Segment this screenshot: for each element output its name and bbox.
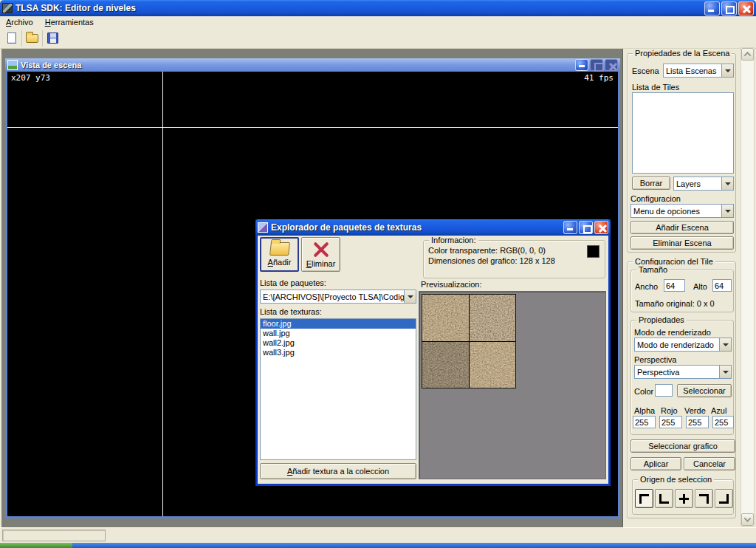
- select-graphic-button[interactable]: Seleccionar grafico: [630, 439, 735, 453]
- tiles-listbox[interactable]: [632, 92, 734, 174]
- origin-top-right-button[interactable]: [695, 489, 713, 508]
- texture-list-item[interactable]: wall.jpg: [261, 329, 416, 338]
- add-package-button[interactable]: Añadir: [260, 237, 299, 272]
- fps-counter: 41 fps: [584, 73, 614, 83]
- remove-package-label: Eliminar: [306, 259, 336, 268]
- add-scene-button[interactable]: Añadir Escena: [630, 221, 734, 234]
- perspective-combo[interactable]: Perspectiva: [634, 365, 732, 379]
- restore-button[interactable]: [721, 1, 737, 16]
- toolbar: [0, 28, 756, 49]
- height-field[interactable]: [712, 279, 732, 292]
- scene-combo-value: Lista Escenas: [664, 66, 721, 76]
- textures-label: Lista de texturas:: [260, 307, 322, 316]
- tile-config-group: Configuracion del Tile Tamaño Ancho Alto…: [627, 261, 736, 518]
- cancel-button[interactable]: Cancelar: [684, 457, 735, 470]
- origin-bottom-left-button[interactable]: [655, 489, 673, 508]
- dialog-title: Explorador de paquetes de texturas: [271, 222, 422, 233]
- scene-minimize-button[interactable]: [575, 59, 588, 71]
- red-field[interactable]: [659, 416, 682, 428]
- apply-label: Aplicar: [644, 459, 669, 468]
- panel-scrollbar[interactable]: [740, 47, 755, 527]
- properties-panel: Propiedades de la Escena Escena Lista Es…: [624, 49, 756, 527]
- menu-archivo[interactable]: Archivo: [0, 17, 39, 27]
- alpha-field[interactable]: [633, 416, 656, 428]
- start-button[interactable]: [0, 543, 72, 548]
- dialog-restore-button[interactable]: [579, 221, 593, 234]
- new-file-button[interactable]: [2, 30, 21, 47]
- origin-top-left-button[interactable]: [635, 489, 653, 508]
- info-transparent-color: Color transparente: RGB(0, 0, 0): [428, 246, 546, 255]
- width-field[interactable]: [664, 279, 685, 292]
- layers-combo[interactable]: Layers: [673, 177, 734, 191]
- layers-combo-dropdown[interactable]: [721, 177, 733, 190]
- info-dimensions: Dimensiones del grafico: 128 x 128: [428, 256, 555, 265]
- texture-list[interactable]: floor.jpg wall.jpg wall2.jpg wall3.jpg: [260, 318, 416, 460]
- height-label: Alto: [693, 282, 707, 291]
- cursor-coords: x207 y73: [11, 73, 50, 83]
- dialog-close-button[interactable]: [594, 221, 608, 234]
- dialog-content: Añadir Eliminar Informacion: Color trans…: [258, 236, 608, 484]
- options-combo[interactable]: Menu de opciones: [630, 204, 734, 218]
- remove-scene-label: Eliminar Escena: [653, 239, 711, 247]
- texture-list-item[interactable]: wall3.jpg: [261, 348, 416, 357]
- app-icon: [2, 3, 13, 13]
- remove-package-button[interactable]: Eliminar: [301, 237, 340, 272]
- menu-herramientas[interactable]: Herramientas: [39, 17, 100, 27]
- scene-label: Escena: [632, 66, 659, 75]
- texture-list-item[interactable]: floor.jpg: [261, 319, 416, 329]
- origin-bottom-right-button[interactable]: [715, 489, 733, 508]
- delete-tile-button[interactable]: Borrar: [632, 177, 670, 190]
- preview-area: [419, 291, 606, 479]
- render-mode-value: Modo de renderizado: [635, 340, 719, 350]
- dialog-minimize-button[interactable]: [563, 221, 577, 234]
- minimize-button[interactable]: [704, 1, 720, 16]
- open-file-button[interactable]: [23, 30, 41, 47]
- tiles-list-label: Lista de Tiles: [632, 83, 679, 92]
- add-texture-button[interactable]: Añadir textura a la coleccion: [260, 463, 416, 479]
- blue-label: Azul: [711, 406, 726, 415]
- render-mode-combo[interactable]: Modo de renderizado: [634, 338, 732, 352]
- texture-list-item[interactable]: wall2.jpg: [261, 338, 416, 348]
- render-combo-dropdown[interactable]: [719, 338, 731, 351]
- window-title: TLSA SDK: Editor de niveles: [16, 3, 136, 13]
- save-icon: [47, 32, 58, 44]
- package-combo-dropdown[interactable]: [404, 290, 416, 303]
- menu-bar: Archivo Herramientas: [0, 16, 756, 28]
- scene-close-button[interactable]: [605, 59, 618, 71]
- save-button[interactable]: [44, 30, 62, 47]
- packages-label: Lista de paquetes:: [260, 278, 326, 287]
- scrollbar-down-button[interactable]: [741, 513, 754, 526]
- perspective-combo-dropdown[interactable]: [719, 366, 731, 378]
- chevron-up-icon: [744, 52, 752, 59]
- blue-field[interactable]: [712, 416, 734, 428]
- scene-grid-vline: [162, 72, 163, 516]
- render-mode-label: Modo de renderizado: [634, 328, 711, 337]
- crosshair-icon: [679, 494, 689, 504]
- package-path-combo[interactable]: E:\[ARCHIVOS]\[Proyecto TLSA]\Codig: [260, 290, 416, 304]
- status-bar: [0, 527, 756, 543]
- scene-grid-hline: [7, 127, 618, 128]
- apply-button[interactable]: Aplicar: [630, 457, 681, 470]
- cancel-label: Cancelar: [693, 459, 726, 468]
- open-folder-icon: [26, 34, 38, 43]
- scene-combo[interactable]: Lista Escenas: [663, 64, 734, 78]
- scrollbar-up-button[interactable]: [741, 48, 754, 61]
- remove-scene-button[interactable]: Eliminar Escena: [630, 236, 734, 250]
- chevron-down-icon: [408, 295, 413, 298]
- select-color-button[interactable]: Seleccionar: [677, 384, 732, 397]
- chevron-down-icon: [725, 182, 731, 185]
- new-file-icon: [7, 32, 16, 44]
- origin-center-button[interactable]: [675, 489, 693, 508]
- selection-origin-legend: Origen de seleccion: [638, 475, 714, 484]
- add-texture-label: Añadir textura a la coleccion: [287, 467, 389, 476]
- chevron-down-icon: [725, 210, 731, 213]
- scene-combo-dropdown[interactable]: [721, 64, 733, 77]
- close-button[interactable]: [738, 1, 754, 16]
- tile-props-group: Propiedades Modo de renderizado Modo de …: [630, 320, 734, 435]
- green-field[interactable]: [686, 416, 709, 428]
- perspective-value: Perspectiva: [635, 367, 719, 377]
- options-combo-dropdown[interactable]: [721, 205, 733, 217]
- scene-maximize-button[interactable]: [590, 59, 603, 71]
- corner-bottom-right-icon: [719, 494, 729, 504]
- main-titlebar: TLSA SDK: Editor de niveles: [0, 0, 756, 16]
